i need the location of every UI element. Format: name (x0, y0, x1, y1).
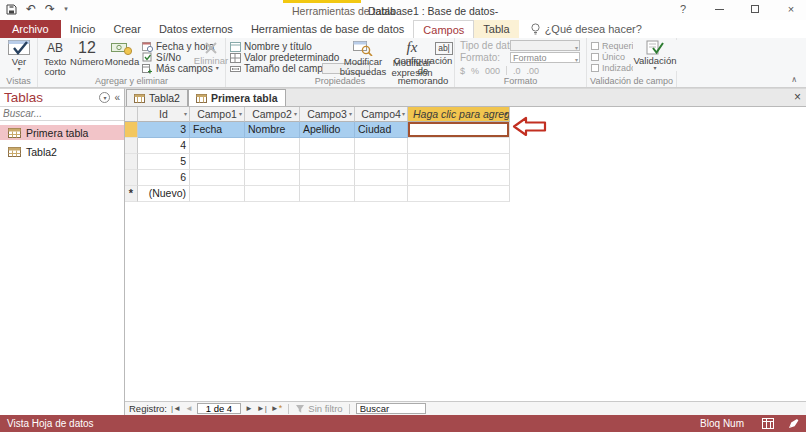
filter-indicator[interactable]: Sin filtro (295, 403, 342, 414)
cell-id[interactable]: 5 (138, 154, 190, 170)
cell-add-field[interactable] (408, 154, 510, 170)
column-header-id[interactable]: Id▾ (138, 107, 190, 122)
cell-campo1[interactable] (190, 186, 245, 202)
column-header-campo3[interactable]: Campo3▾ (300, 107, 355, 122)
column-header-add-field[interactable]: Haga clic para agregar▾ (408, 107, 510, 122)
record-search-input[interactable] (356, 403, 426, 414)
tab-archivo[interactable]: Archivo (0, 20, 61, 38)
cell-add-field[interactable] (408, 138, 510, 154)
column-header-campo2[interactable]: Campo2▾ (245, 107, 300, 122)
cell-campo4[interactable] (355, 138, 408, 154)
cell-campo1[interactable]: Fecha (190, 122, 245, 138)
tab-herramientas-bd[interactable]: Herramientas de base de datos (242, 20, 413, 38)
requerido-checkbox[interactable] (591, 42, 599, 50)
minimize-button[interactable] (712, 2, 726, 16)
tipo-datos-dropdown[interactable]: ▾ (510, 40, 580, 51)
cell-campo3[interactable]: Apellido (300, 122, 355, 138)
thousands-format-icon[interactable]: 000 (485, 66, 500, 76)
cell-campo2[interactable] (245, 186, 300, 202)
save-icon[interactable] (6, 4, 17, 15)
navigation-search-input[interactable] (3, 108, 137, 119)
previous-record-button[interactable]: ◄ (185, 404, 193, 414)
cell-campo4[interactable] (355, 170, 408, 186)
cell-campo1[interactable] (190, 170, 245, 186)
cell-campo2[interactable]: Nombre (245, 122, 300, 138)
tab-campos[interactable]: Campos (413, 20, 474, 38)
redo-icon[interactable]: ↷ (45, 3, 55, 15)
tab-inicio[interactable]: Inicio (61, 20, 105, 38)
cell-campo1[interactable] (190, 154, 245, 170)
valor-predeterminado-button[interactable]: Valor predeterminado (230, 52, 339, 63)
cell-campo4[interactable] (355, 154, 408, 170)
tab-datos-externos[interactable]: Datos externos (150, 20, 242, 38)
datasheet-view-toggle-icon[interactable] (762, 418, 774, 429)
row-selector[interactable] (125, 122, 138, 138)
tab-tabla[interactable]: Tabla (474, 20, 518, 38)
nombre-titulo-button[interactable]: Nombre y título (230, 41, 312, 52)
percent-format-icon[interactable]: % (471, 66, 479, 76)
cell-campo2[interactable] (245, 138, 300, 154)
numero-button[interactable]: 12 Número (70, 40, 104, 67)
cell-campo3[interactable] (300, 186, 355, 202)
row-selector[interactable] (125, 138, 138, 154)
increase-decimals-icon[interactable]: .0 (513, 66, 521, 76)
help-button[interactable]: ? (676, 2, 690, 16)
cell-campo3[interactable] (300, 154, 355, 170)
cell-campo2[interactable] (245, 170, 300, 186)
unico-checkbox[interactable] (591, 53, 599, 61)
cell-campo2[interactable] (245, 154, 300, 170)
active-add-field-cell[interactable] (408, 122, 510, 138)
doc-tab-tabla2[interactable]: Tabla2 (126, 89, 188, 106)
next-record-button[interactable]: ► (245, 404, 253, 414)
navigation-search-box[interactable] (0, 106, 124, 121)
cell-add-field[interactable] (408, 170, 510, 186)
close-document-icon[interactable]: × (794, 90, 801, 104)
texto-corto-button[interactable]: AB Texto corto (40, 40, 70, 77)
formato-dropdown[interactable]: Formato▾ (510, 52, 580, 63)
design-view-toggle-icon[interactable] (788, 418, 799, 429)
first-record-button[interactable]: |◄ (171, 404, 181, 414)
customize-qat-icon[interactable]: ▾ (64, 5, 68, 13)
ver-button[interactable]: Ver ▾ (4, 40, 34, 72)
tamano-campo-button[interactable]: Tamaño del campo (230, 63, 329, 74)
sidebar-item-primera-tabla[interactable]: Primera tabla (0, 125, 124, 140)
indizado-checkbox[interactable] (591, 64, 599, 72)
tab-crear[interactable]: Crear (104, 20, 150, 38)
navigation-menu-icon[interactable]: ▾ (99, 92, 110, 103)
column-header-campo1[interactable]: Campo1▾ (190, 107, 245, 122)
record-position-box[interactable] (197, 403, 241, 414)
moneda-button[interactable]: Moneda (104, 40, 140, 67)
modificar-busquedas-button[interactable]: Modificar búsquedas (338, 40, 388, 77)
unico-checkbox-row[interactable]: Único (591, 52, 625, 62)
si-no-button[interactable]: Sí/No (142, 52, 181, 63)
cell-id[interactable]: 6 (138, 170, 190, 186)
cell-id[interactable]: 3 (138, 122, 190, 138)
cell-campo4[interactable]: Ciudad (355, 122, 408, 138)
row-selector[interactable] (125, 154, 138, 170)
last-record-button[interactable]: ►| (257, 404, 267, 414)
new-record-button[interactable]: ►* (271, 403, 282, 414)
close-button[interactable]: × (784, 2, 798, 16)
column-header-campo4[interactable]: Campo4▾ (355, 107, 408, 122)
cell-campo1[interactable] (190, 138, 245, 154)
row-selector[interactable] (125, 170, 138, 186)
currency-format-icon[interactable]: $ (460, 66, 465, 76)
cell-id[interactable]: 4 (138, 138, 190, 154)
cell-id[interactable]: (Nuevo) (138, 186, 190, 202)
cell-campo4[interactable] (355, 186, 408, 202)
validacion-button[interactable]: Validación ▾ (633, 40, 677, 71)
doc-tab-primera-tabla[interactable]: Primera tabla (188, 89, 286, 106)
cell-add-field[interactable] (408, 186, 510, 202)
undo-icon[interactable]: ↶ (26, 3, 36, 15)
cell-campo3[interactable] (300, 138, 355, 154)
cell-campo3[interactable] (300, 170, 355, 186)
new-record-selector[interactable]: * (125, 186, 138, 202)
grid-corner-cell[interactable] (125, 107, 138, 122)
sidebar-item-tabla2[interactable]: Tabla2 (0, 144, 124, 159)
decrease-decimals-icon[interactable]: .00 (527, 66, 540, 76)
indizado-checkbox-row[interactable]: Indizado (591, 63, 636, 73)
tell-me-box[interactable]: ¿Qué desea hacer? (531, 20, 642, 38)
maximize-button[interactable] (748, 2, 762, 16)
shutter-close-icon[interactable]: « (114, 92, 120, 103)
collapse-ribbon-button[interactable]: ∧ (791, 75, 797, 84)
